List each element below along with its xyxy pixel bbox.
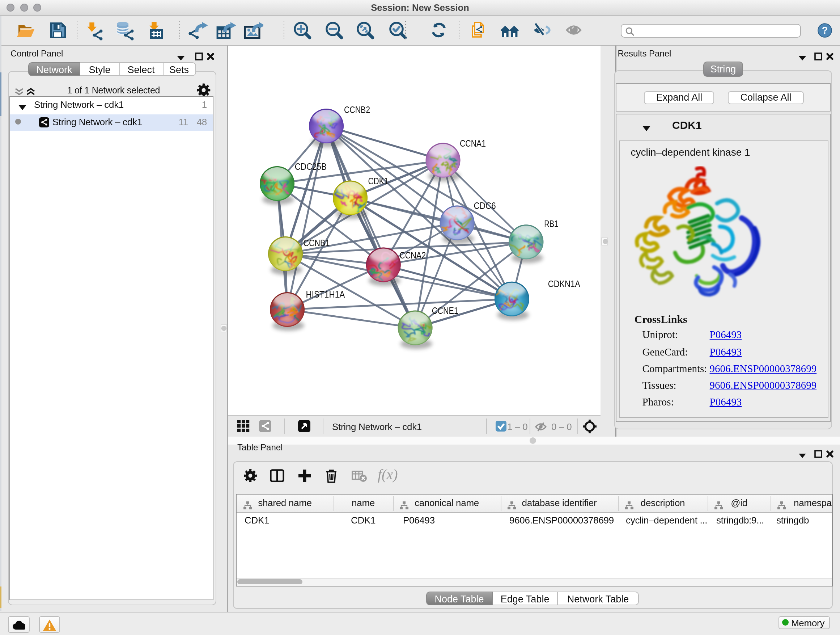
svg-text:HIST1H1A: HIST1H1A — [306, 288, 345, 299]
svg-text:RB1: RB1 — [544, 218, 558, 229]
svg-text:CDKN1A: CDKN1A — [548, 278, 580, 289]
svg-text:CCNB1: CCNB1 — [303, 237, 330, 248]
svg-text:CCNE1: CCNE1 — [432, 305, 458, 316]
svg-text:CDK1: CDK1 — [368, 175, 388, 186]
svg-text:?: ? — [822, 25, 828, 35]
svg-text:CCNA1: CCNA1 — [460, 138, 486, 149]
svg-text:CDC25B: CDC25B — [295, 161, 327, 172]
svg-text:CCNA2: CCNA2 — [399, 249, 426, 260]
svg-text:CCNB2: CCNB2 — [344, 104, 370, 115]
svg-text:CDC6: CDC6 — [474, 200, 496, 211]
